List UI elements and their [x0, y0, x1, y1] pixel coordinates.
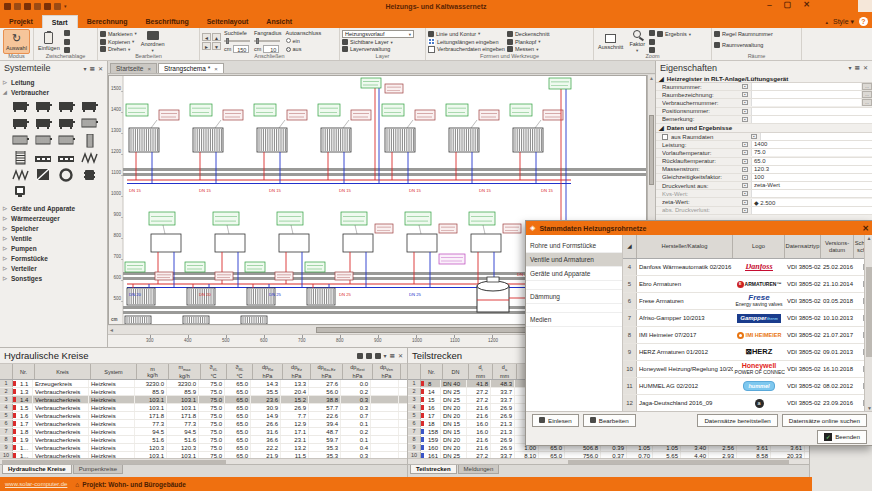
pin-icon[interactable]: 𝌆 [390, 352, 395, 359]
tree-item-ventile[interactable]: ▷Ventile [3, 233, 104, 243]
ring-icon[interactable] [57, 167, 78, 182]
catalog-row[interactable]: 8IMI Heimeier 07/2017IMI HEIMEIERVDI 380… [623, 327, 872, 344]
autoanschluss-ein-radio[interactable]: ein [286, 37, 322, 45]
menu-tab-berechnung[interactable]: Berechnung [78, 15, 137, 28]
coil-icon[interactable] [79, 150, 100, 165]
inherit-icon[interactable]: ▪ [742, 150, 748, 155]
collapse-ribbon-icon[interactable]: ▴ [825, 19, 828, 25]
table-row[interactable]: 41.5VerbraucherkreisHeizkreis103.1103.17… [0, 404, 407, 412]
cylinder-icon[interactable] [79, 167, 100, 182]
menu-tab-start[interactable]: Start [42, 15, 78, 28]
close-panel-icon[interactable]: ✕ [398, 352, 403, 359]
column-header[interactable]: damm [493, 364, 517, 379]
minimize-button[interactable]: ‒ [767, 0, 771, 9]
inherit-icon[interactable]: ▪ [742, 175, 748, 180]
column-header[interactable]: ϑVL°C [201, 364, 227, 379]
monitor-icon[interactable] [11, 184, 32, 199]
inherit-icon[interactable]: ▪ [742, 142, 748, 147]
verbraucherdaten-button[interactable]: Verbraucherdaten eingeben [428, 45, 505, 53]
hydraulik-tab-pumpenkreise[interactable]: Pumpenkreise [73, 465, 123, 474]
einlesen-button[interactable]: Einlesen [532, 414, 579, 427]
radiator-icon[interactable] [79, 99, 100, 114]
column-header[interactable]: Nr. [421, 364, 443, 379]
auswahl-button[interactable]: ↻ Auswahl [3, 29, 30, 54]
inherit-icon[interactable]: ▪ [751, 134, 757, 139]
cut-icon[interactable] [64, 30, 70, 36]
more-button[interactable]: … [862, 83, 872, 90]
checkbox[interactable] [662, 134, 668, 140]
convector-icon[interactable] [57, 150, 78, 165]
fangradius-slider[interactable] [254, 40, 280, 42]
tree-item-pumpen[interactable]: ▷Pumpen [3, 243, 104, 253]
property-value[interactable] [751, 207, 872, 214]
ergebnis-button[interactable]: Ergebnis▾ [657, 30, 691, 38]
canvas-tab-strangschema-[interactable]: Strangschema *× [158, 63, 224, 73]
convector-icon[interactable] [34, 150, 55, 165]
dialog-close-icon[interactable]: ✕ [862, 224, 869, 233]
dialog-nav-medien[interactable]: Medien [526, 312, 622, 327]
pin-icon[interactable]: 𝌆 [855, 64, 860, 71]
table-tool-icon[interactable] [375, 353, 381, 359]
property-value[interactable] [751, 91, 861, 98]
einfuegen-button[interactable]: Einfügen [36, 29, 62, 54]
sichtbare-layer-button[interactable]: Sichtbare Layer▾ [342, 38, 423, 45]
arrow-down-button[interactable]: ▼ [212, 42, 221, 50]
fangradius-input[interactable]: 10 [263, 45, 279, 53]
inherit-icon[interactable]: ▪ [742, 167, 748, 172]
table-row[interactable]: 11.1ErzeugerkreisHeizkreis3230.03230.075… [0, 380, 407, 388]
linie-kontur-button[interactable]: Linie und Kontur▾ [428, 30, 505, 38]
slash-panel-icon[interactable] [34, 167, 55, 182]
column-header[interactable]: dimm [469, 364, 493, 379]
close-panel-icon[interactable]: ✕ [98, 65, 103, 72]
help-icon[interactable]: ? [859, 17, 868, 26]
menu-tab-ansicht[interactable]: Ansicht [257, 15, 301, 28]
towel-rail-icon[interactable] [11, 150, 32, 165]
more-button[interactable]: … [862, 91, 872, 98]
inherit-icon[interactable]: ▪ [742, 208, 748, 213]
menu-tab-beschriftung[interactable]: Beschriftung [137, 15, 198, 28]
messen-button[interactable]: Messen▾ [507, 45, 550, 53]
dialog-nav-ger-te-und-apparate[interactable]: Geräte und Apparate [526, 267, 622, 281]
autoanschluss-aus-radio[interactable]: aus [286, 45, 322, 53]
leitungslaengen-button[interactable]: Leitungslängen eingeben [428, 38, 505, 46]
property-value[interactable] [751, 190, 872, 197]
radiator-hatched-icon[interactable] [57, 133, 78, 148]
arrow-up-button[interactable]: ▲ [212, 33, 221, 41]
dialog-titlebar[interactable]: ◈ Stammdaten Heizungsrohrnetze ✕ [526, 221, 872, 235]
column-header[interactable]: Versions- datum [821, 235, 854, 258]
inherit-icon[interactable]: ▪ [742, 100, 748, 105]
radiator-hatched-icon[interactable] [79, 116, 100, 131]
catalog-row[interactable]: 4Danfoss Wärmeautomatik 02/2016DanfossVD… [623, 259, 872, 276]
property-value[interactable]: 120.3 [751, 166, 872, 173]
drehen-button[interactable]: Drehen▾ [100, 45, 137, 53]
radiator-icon[interactable] [11, 99, 32, 114]
more-button[interactable]: … [862, 99, 872, 106]
catalog-row[interactable]: 5Ebro ArmaturenEARMATUREN™VDI 3805-0221.… [623, 276, 872, 293]
section-header[interactable]: ◢Heizregister in RLT-Anlage/Lüftungsgerä… [656, 74, 872, 83]
tree-item-verteiler[interactable]: ▷Verteiler [3, 263, 104, 273]
table-tool-icon[interactable] [366, 353, 372, 359]
tab-close-icon[interactable]: × [214, 66, 218, 72]
catalog-row[interactable]: 10Honeywell Heizung/Regelung 10/2018Hone… [623, 361, 872, 378]
radiator-icon[interactable] [34, 116, 55, 131]
tree-item-leitung[interactable]: ▷Leitung [3, 77, 104, 87]
ausschnitt-button[interactable]: Ausschnitt [596, 29, 625, 54]
markieren-button[interactable]: Markieren▾ [100, 30, 137, 38]
inherit-icon[interactable]: ▪ [742, 159, 748, 164]
radiator-hatched-icon[interactable] [34, 133, 55, 148]
column-header[interactable]: ϑRL°C [227, 364, 253, 379]
column-header[interactable]: Datensatztyp [785, 235, 821, 258]
property-value[interactable]: zeta-Wert [751, 182, 872, 189]
close-button[interactable]: ✕ [803, 0, 810, 9]
layer-dropdown[interactable]: Heizungsvorlauf▾ [342, 30, 414, 38]
tree-item-speicher[interactable]: ▷Speicher [3, 223, 104, 233]
table-row[interactable]: 71.8VerbraucherkreisHeizkreis94.594.575.… [0, 428, 407, 436]
radiator-icon[interactable] [34, 99, 55, 114]
bearbeiten-button[interactable]: Bearbeiten [583, 414, 636, 427]
inherit-icon[interactable]: ▪ [742, 92, 748, 97]
property-value[interactable] [751, 99, 861, 106]
radiator-icon[interactable] [11, 116, 32, 131]
suchtiefe-input[interactable]: 150 [233, 45, 249, 53]
property-value[interactable]: ◆ 2.500 [751, 199, 872, 206]
datensaetze-online-suchen-button[interactable]: Datensätze online suchen [782, 414, 867, 427]
